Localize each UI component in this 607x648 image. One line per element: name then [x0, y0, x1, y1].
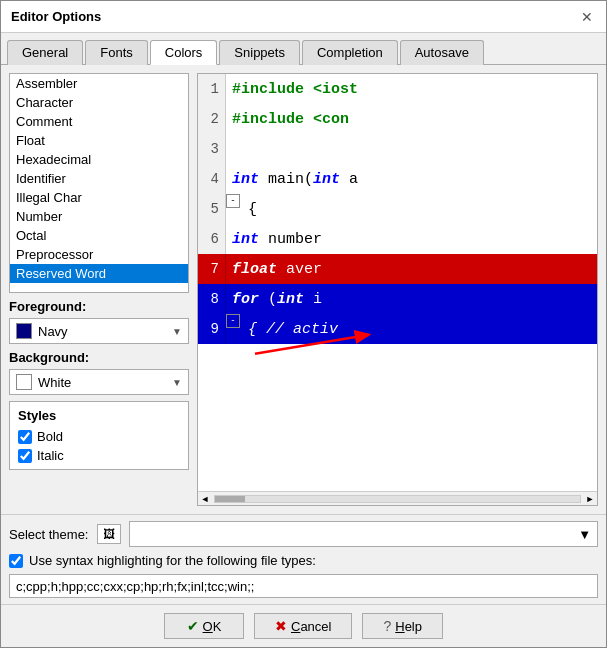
- italic-checkbox[interactable]: Italic: [18, 448, 180, 463]
- code-text: #include <con: [232, 111, 349, 128]
- list-item[interactable]: Illegal Char: [10, 188, 188, 207]
- collapse-btn-9[interactable]: -: [226, 314, 240, 328]
- left-panel: Assembler Character Comment Float Hexade…: [9, 73, 189, 506]
- theme-icon[interactable]: 🖼: [97, 524, 121, 544]
- styles-title: Styles: [18, 408, 180, 423]
- line-content-5: {: [242, 194, 263, 224]
- scrollbar-track: [214, 495, 581, 503]
- tab-snippets[interactable]: Snippets: [219, 40, 300, 65]
- code-text: int: [232, 171, 259, 188]
- code-line-9: 9 - { // activ: [198, 314, 597, 344]
- background-label: Background:: [9, 350, 189, 365]
- close-button[interactable]: ✕: [578, 8, 596, 26]
- line-num-8: 8: [198, 284, 226, 314]
- foreground-swatch: [16, 323, 32, 339]
- theme-dropdown[interactable]: ▼: [129, 521, 599, 547]
- code-line-8: 8 for ( int i: [198, 284, 597, 314]
- code-text: int: [277, 291, 304, 308]
- tab-completion[interactable]: Completion: [302, 40, 398, 65]
- list-item[interactable]: Number: [10, 207, 188, 226]
- tab-fonts[interactable]: Fonts: [85, 40, 148, 65]
- list-item[interactable]: Octal: [10, 226, 188, 245]
- title-bar: Editor Options ✕: [1, 1, 606, 33]
- code-text: {: [248, 201, 257, 218]
- scroll-left-btn[interactable]: ◄: [198, 494, 212, 504]
- dialog-buttons: ✔ OK ✖ Cancel ? Help: [1, 604, 606, 647]
- line-content-9: { // activ: [242, 314, 344, 344]
- list-item[interactable]: Hexadecimal: [10, 150, 188, 169]
- tab-colors[interactable]: Colors: [150, 40, 218, 65]
- line-content-4: int main( int a: [226, 164, 364, 194]
- code-text: float: [232, 261, 277, 278]
- syntax-label: Use syntax highlighting for the followin…: [29, 553, 316, 568]
- code-text: int: [232, 231, 259, 248]
- help-label: Help: [395, 619, 422, 634]
- background-value: White: [38, 375, 71, 390]
- list-item[interactable]: Assembler: [10, 74, 188, 93]
- ok-label: OK: [203, 619, 222, 634]
- tab-bar: General Fonts Colors Snippets Completion…: [1, 33, 606, 65]
- help-button[interactable]: ? Help: [362, 613, 443, 639]
- bold-checkbox[interactable]: Bold: [18, 429, 180, 444]
- bottom-area: Select theme: 🖼 ▼ Use syntax highlightin…: [1, 514, 606, 604]
- list-item[interactable]: Comment: [10, 112, 188, 131]
- code-text: a: [340, 171, 358, 188]
- background-group: Background: White ▼: [9, 350, 189, 395]
- styles-group: Styles Bold Italic: [9, 401, 189, 470]
- token-list[interactable]: Assembler Character Comment Float Hexade…: [9, 73, 189, 293]
- code-line-7: 7 float aver: [198, 254, 597, 284]
- syntax-checkbox[interactable]: [9, 554, 23, 568]
- line-num-4: 4: [198, 164, 226, 194]
- foreground-label: Foreground:: [9, 299, 189, 314]
- code-text: for: [232, 291, 259, 308]
- theme-row: Select theme: 🖼 ▼: [9, 521, 598, 547]
- foreground-group: Foreground: Navy ▼: [9, 299, 189, 344]
- bold-input[interactable]: [18, 430, 32, 444]
- code-text: number: [259, 231, 322, 248]
- line-num-9: 9: [198, 314, 226, 344]
- theme-dropdown-arrow: ▼: [578, 527, 591, 542]
- code-text: (: [259, 291, 277, 308]
- italic-input[interactable]: [18, 449, 32, 463]
- tab-general[interactable]: General: [7, 40, 83, 65]
- line-num-3: 3: [198, 134, 226, 164]
- foreground-dropdown[interactable]: Navy ▼: [9, 318, 189, 344]
- code-text: main(: [259, 171, 313, 188]
- scroll-right-btn[interactable]: ►: [583, 494, 597, 504]
- editor-options-dialog: Editor Options ✕ General Fonts Colors Sn…: [0, 0, 607, 648]
- code-line-2: 2 #include <con: [198, 104, 597, 134]
- list-item[interactable]: Character: [10, 93, 188, 112]
- line-content-2: #include <con: [226, 104, 355, 134]
- scrollbar-thumb[interactable]: [215, 496, 245, 502]
- theme-label: Select theme:: [9, 527, 89, 542]
- line-num-6: 6: [198, 224, 226, 254]
- tab-autosave[interactable]: Autosave: [400, 40, 484, 65]
- list-item-selected[interactable]: Reserved Word: [10, 264, 188, 283]
- collapse-btn-5[interactable]: -: [226, 194, 240, 208]
- help-icon: ?: [383, 618, 391, 634]
- cancel-label: Cancel: [291, 619, 331, 634]
- line-content-3: [226, 134, 238, 164]
- code-display: 1 #include <iost 2 #include <con: [198, 74, 597, 491]
- main-content: Assembler Character Comment Float Hexade…: [1, 65, 606, 514]
- list-item[interactable]: Preprocessor: [10, 245, 188, 264]
- code-line-1: 1 #include <iost: [198, 74, 597, 104]
- background-dropdown[interactable]: White ▼: [9, 369, 189, 395]
- code-text: i: [304, 291, 322, 308]
- background-swatch: [16, 374, 32, 390]
- code-line-5: 5 - {: [198, 194, 597, 224]
- cancel-button[interactable]: ✖ Cancel: [254, 613, 352, 639]
- line-content-8: for ( int i: [226, 284, 328, 314]
- code-text: aver: [277, 261, 322, 278]
- list-item[interactable]: Identifier: [10, 169, 188, 188]
- ok-button[interactable]: ✔ OK: [164, 613, 244, 639]
- syntax-row: Use syntax highlighting for the followin…: [9, 553, 598, 568]
- horizontal-scrollbar[interactable]: ◄ ►: [198, 491, 597, 505]
- dialog-title: Editor Options: [11, 9, 101, 24]
- foreground-value: Navy: [38, 324, 68, 339]
- filetypes-input[interactable]: [9, 574, 598, 598]
- list-item[interactable]: Float: [10, 131, 188, 150]
- italic-label: Italic: [37, 448, 64, 463]
- code-text: #include <iost: [232, 81, 358, 98]
- code-preview: 1 #include <iost 2 #include <con: [197, 73, 598, 506]
